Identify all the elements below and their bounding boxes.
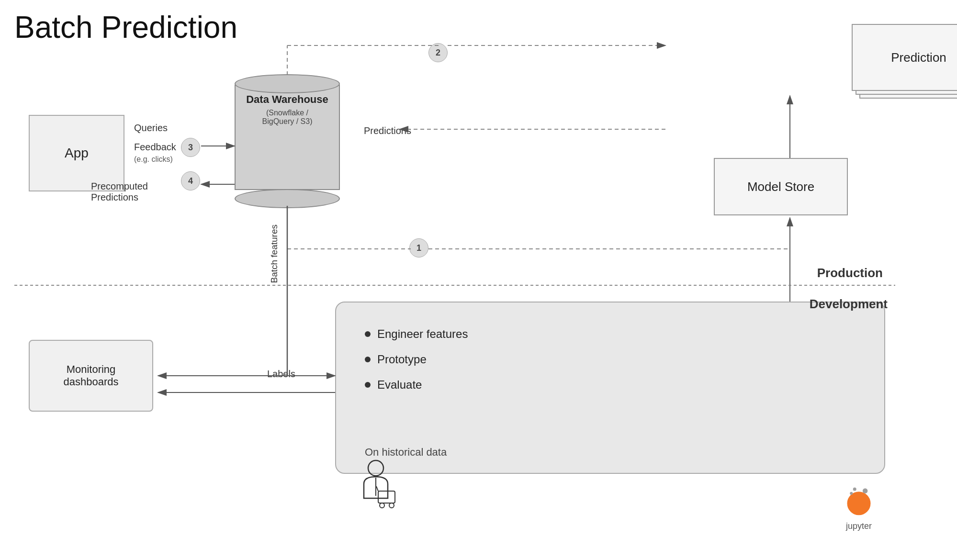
dw-label: Data Warehouse [246, 93, 328, 107]
monitoring-box: Monitoringdashboards [29, 340, 153, 412]
badge-2: 2 [428, 43, 448, 62]
feedback-sub: (e.g. clicks) [134, 155, 173, 164]
labels-label: Labels [267, 369, 295, 380]
dw-bottom-ellipse [235, 189, 340, 208]
bullet-dot-3 [365, 382, 371, 388]
dev-subtext: On historical data [365, 446, 447, 459]
badge-4-label: 4 [188, 176, 193, 186]
svg-point-26 [863, 488, 868, 493]
dev-bullet-label-2: Prototype [377, 347, 427, 372]
page-title: Batch Prediction [14, 10, 237, 45]
app-box: App [29, 115, 124, 191]
bullet-dot-2 [365, 357, 371, 362]
production-label: Production [817, 266, 883, 280]
monitoring-label: Monitoringdashboards [64, 363, 119, 388]
model-store-box: Model Store [714, 158, 848, 215]
dw-sublabel: (Snowflake /BigQuery / S3) [262, 109, 313, 126]
batch-features-container: Batch features [269, 206, 280, 302]
svg-point-27 [853, 488, 856, 491]
badge-3: 3 [181, 138, 200, 157]
svg-point-28 [850, 492, 853, 495]
dw-body: Data Warehouse (Snowflake /BigQuery / S3… [235, 85, 340, 190]
queries-label: Queries [134, 123, 168, 134]
prediction-label: Prediction [891, 50, 946, 65]
data-warehouse: Data Warehouse (Snowflake /BigQuery / S3… [235, 74, 340, 218]
dev-bullet-2: Prototype [365, 347, 856, 372]
badge-4: 4 [181, 171, 200, 190]
svg-rect-21 [378, 491, 395, 503]
dev-box-content: Engineer features Prototype Evaluate [336, 302, 884, 416]
badge-3-label: 3 [188, 143, 193, 153]
precomputed-label: PrecomputedPredictions [91, 181, 148, 203]
development-box: Engineer features Prototype Evaluate On … [335, 302, 885, 474]
feedback-label: Feedback [134, 142, 176, 153]
svg-line-24 [376, 486, 378, 491]
badge-2-label: 2 [436, 48, 440, 58]
dev-bullet-3: Evaluate [365, 372, 856, 398]
predictions-label: Predictions [364, 125, 411, 136]
svg-point-19 [368, 460, 383, 476]
dev-bullet-1: Engineer features [365, 322, 856, 347]
app-label: App [65, 146, 89, 161]
bullet-dot-1 [365, 331, 371, 337]
dev-bullet-label-3: Evaluate [377, 372, 422, 398]
svg-point-22 [380, 503, 384, 508]
batch-features-label: Batch features [269, 224, 280, 283]
svg-point-25 [847, 492, 871, 515]
jupyter-label: jupyter [846, 521, 872, 531]
development-label: Development [810, 297, 888, 312]
badge-1: 1 [409, 238, 428, 258]
pred-box-front: Prediction [852, 24, 957, 91]
badge-1-label: 1 [417, 243, 421, 253]
jupyter-area: jupyter [842, 486, 876, 531]
dw-top-ellipse [235, 74, 340, 93]
arrows-overlay [0, 0, 957, 560]
model-store-label: Model Store [747, 179, 814, 194]
person-icon [354, 458, 397, 517]
dev-bullet-label-1: Engineer features [377, 322, 468, 347]
svg-point-23 [389, 503, 394, 508]
